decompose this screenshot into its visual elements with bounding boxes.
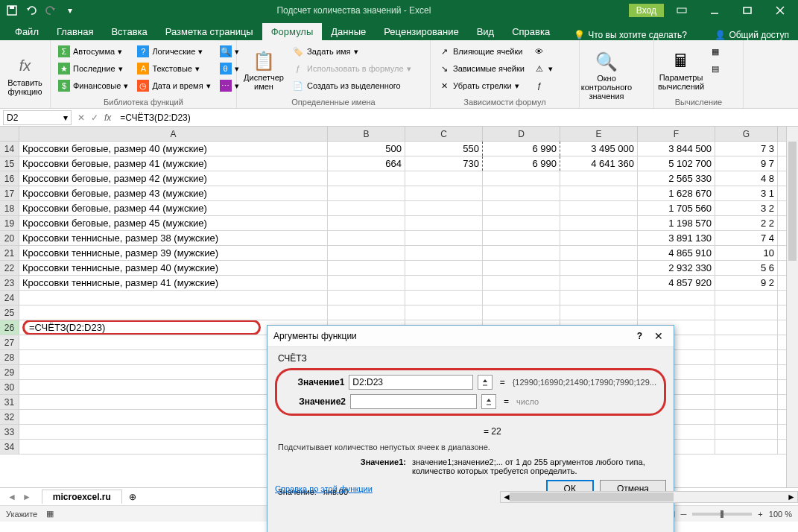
row-header[interactable]: 33 <box>0 425 19 439</box>
arg1-input[interactable] <box>349 375 473 390</box>
zoom-level[interactable]: 100 % <box>769 510 792 519</box>
cell[interactable]: 5 6 <box>715 261 778 275</box>
calc-now-button[interactable]: ▦ <box>706 43 724 60</box>
login-button[interactable]: Вход <box>629 4 664 17</box>
save-icon[interactable] <box>3 1 21 19</box>
trace-dependents-button[interactable]: ↘Зависимые ячейки <box>435 60 528 77</box>
cell[interactable] <box>715 425 778 439</box>
cell[interactable] <box>328 171 405 186</box>
cell[interactable] <box>483 186 560 200</box>
cell[interactable] <box>560 291 638 305</box>
cell[interactable] <box>560 246 638 260</box>
formula-input[interactable]: =СЧЁТЗ(D2:D23) <box>117 113 798 123</box>
row-header[interactable]: 31 <box>0 395 19 409</box>
row-header[interactable]: 17 <box>0 186 19 200</box>
cell[interactable]: 4 641 360 <box>560 156 638 171</box>
share-button[interactable]: 👤 Общий доступ <box>715 30 789 40</box>
cell[interactable] <box>405 246 483 260</box>
logical-button[interactable]: ?Логические ▾ <box>134 43 213 60</box>
fx-bar-icon[interactable]: fx <box>104 113 111 123</box>
cell[interactable] <box>560 201 638 215</box>
cell[interactable]: 4 865 910 <box>638 246 715 260</box>
tab-file[interactable]: Файл <box>6 23 48 40</box>
col-header-E[interactable]: E <box>560 127 638 141</box>
cell[interactable]: 3 891 130 <box>638 231 715 245</box>
cell[interactable]: 3 844 500 <box>638 142 715 156</box>
qat-dropdown-icon[interactable]: ▾ <box>61 1 79 19</box>
row-header[interactable]: 30 <box>0 380 19 394</box>
col-header-G[interactable]: G <box>715 127 778 141</box>
cell[interactable] <box>715 395 778 409</box>
tab-formulas[interactable]: Формулы <box>262 23 323 40</box>
row-header[interactable]: 28 <box>0 350 19 364</box>
tab-home[interactable]: Главная <box>48 23 102 40</box>
cell[interactable] <box>560 261 638 275</box>
cell[interactable] <box>328 216 405 230</box>
row-header[interactable]: 16 <box>0 171 19 186</box>
cell[interactable] <box>483 276 560 290</box>
cell[interactable] <box>560 186 638 200</box>
cell[interactable] <box>715 350 778 364</box>
cell[interactable] <box>328 276 405 290</box>
cell[interactable] <box>328 291 405 305</box>
sheet-tab-active[interactable]: microexcel.ru <box>42 490 122 504</box>
cell[interactable] <box>405 201 483 215</box>
cell[interactable]: Кроссовки беговые, размер 43 (мужские) <box>19 186 328 200</box>
tab-help[interactable]: Справка <box>503 23 559 40</box>
tell-me-search[interactable]: 💡 Что вы хотите сделать? <box>574 30 687 40</box>
cell[interactable] <box>405 186 483 200</box>
cell[interactable] <box>560 305 638 320</box>
cell[interactable] <box>19 305 328 320</box>
use-in-formula-button[interactable]: ƒИспользовать в формуле ▾ <box>289 60 414 77</box>
cell[interactable] <box>405 171 483 186</box>
cell[interactable] <box>560 231 638 245</box>
row-header[interactable]: 23 <box>0 276 19 290</box>
cell[interactable] <box>405 216 483 230</box>
cell[interactable]: 4 8 <box>715 171 778 186</box>
cell[interactable] <box>483 171 560 186</box>
close-icon[interactable] <box>765 1 795 19</box>
col-header-F[interactable]: F <box>638 127 715 141</box>
cell[interactable] <box>483 246 560 260</box>
cell[interactable]: Кроссовки беговые, размер 41 (мужские) <box>19 156 328 171</box>
create-from-selection-button[interactable]: 📄Создать из выделенного <box>289 77 414 94</box>
cell[interactable] <box>715 365 778 379</box>
cell[interactable] <box>560 171 638 186</box>
zoom-in-icon[interactable]: + <box>758 510 762 519</box>
help-link[interactable]: Справка по этой функции <box>275 484 373 493</box>
cell[interactable]: 1 628 670 <box>638 186 715 200</box>
dialog-close-icon[interactable]: ✕ <box>650 330 668 342</box>
cell[interactable] <box>715 291 778 305</box>
cell[interactable] <box>560 276 638 290</box>
col-header-C[interactable]: C <box>405 127 483 141</box>
cell[interactable]: Кроссовки беговые, размер 45 (мужские) <box>19 216 328 230</box>
horizontal-scrollbar[interactable]: ◄ ► <box>500 491 798 503</box>
financial-button[interactable]: $Финансовые ▾ <box>55 77 131 94</box>
maximize-icon[interactable] <box>732 1 762 19</box>
accept-formula-icon[interactable]: ✓ <box>91 113 98 123</box>
sheet-nav-prev-icon[interactable]: ◄ <box>7 492 16 502</box>
cell[interactable] <box>328 261 405 275</box>
trace-precedents-button[interactable]: ↗Влияющие ячейки <box>435 43 528 60</box>
row-header[interactable]: 14 <box>0 142 19 156</box>
cell[interactable]: Кроссовки теннисные, размер 41 (мужские) <box>19 276 328 290</box>
row-header[interactable]: 18 <box>0 201 19 215</box>
row-header[interactable]: 19 <box>0 216 19 230</box>
row-header[interactable]: 20 <box>0 231 19 245</box>
row-header[interactable]: 32 <box>0 410 19 424</box>
arg2-ref-button[interactable] <box>481 394 496 409</box>
cell[interactable] <box>405 231 483 245</box>
cell[interactable]: 550 <box>405 142 483 156</box>
cell[interactable]: Кроссовки беговые, размер 40 (мужские) <box>19 142 328 156</box>
cell[interactable]: 3 495 000 <box>560 142 638 156</box>
cell[interactable]: 1 705 560 <box>638 201 715 215</box>
cell[interactable] <box>483 216 560 230</box>
cell[interactable] <box>405 291 483 305</box>
col-header-B[interactable]: B <box>328 127 405 141</box>
cell[interactable] <box>560 216 638 230</box>
cell[interactable]: 5 102 700 <box>638 156 715 171</box>
row-header[interactable]: 24 <box>0 291 19 305</box>
cancel-formula-icon[interactable]: ✕ <box>77 113 85 123</box>
cell[interactable] <box>405 261 483 275</box>
dialog-help-icon[interactable]: ? <box>630 331 650 341</box>
